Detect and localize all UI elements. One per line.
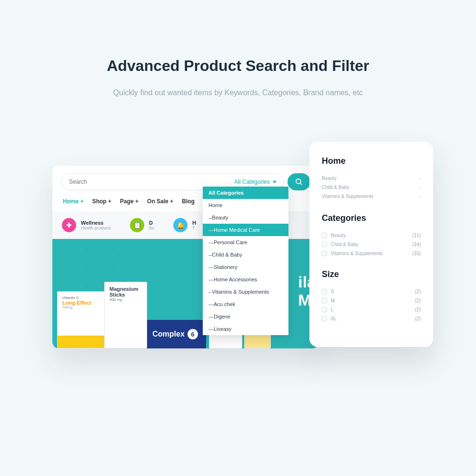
product-number: 6: [188, 329, 198, 339]
search-input[interactable]: [69, 178, 228, 185]
category-select-label: All Categories: [234, 178, 270, 185]
feature-title: Wellness: [81, 220, 111, 226]
filter-label: XL: [331, 316, 411, 321]
filter-count: (2): [415, 298, 421, 303]
dropdown-item[interactable]: ---Acu chek: [203, 298, 288, 310]
category-filter[interactable]: Vitamins & Supplements (10): [322, 249, 421, 258]
chevron-right-icon: ›: [419, 194, 421, 199]
sidebar-link[interactable]: Vitamins & Supplements›: [322, 192, 421, 201]
product-stripe: [58, 336, 107, 348]
filter-count: (11): [412, 233, 421, 238]
filter-label: Beauty: [331, 233, 408, 238]
sidebar-link-label: Beauty: [322, 176, 337, 181]
filter-label: M: [331, 298, 411, 303]
filter-count: (2): [415, 289, 421, 294]
product-sub: 400 mg: [109, 298, 142, 302]
checkbox-icon: [322, 316, 327, 321]
product-box-complex: Complex 6: [144, 320, 206, 348]
product-box-magnesium: Magnesium Sticks 400 mg: [104, 282, 147, 348]
nav-item[interactable]: Blog: [182, 198, 195, 205]
feature-subtitle: Bo: [149, 226, 154, 230]
category-filter[interactable]: Beauty (11): [322, 231, 421, 240]
size-filter[interactable]: L (2): [322, 305, 421, 314]
dropdown-item[interactable]: --Child & Baby: [203, 248, 288, 261]
product-brand: Vitamin C: [62, 296, 102, 300]
feature-item[interactable]: 🔔 H T: [173, 218, 196, 232]
product-sub: Sticks: [109, 292, 142, 298]
size-filter[interactable]: S (2): [322, 287, 421, 296]
sidebar-link[interactable]: Beauty›: [322, 174, 421, 183]
feature-icon: 📋: [130, 218, 144, 232]
category-select[interactable]: All Categories: [228, 178, 283, 185]
category-dropdown: All Categories Home--Beauty---Home Medic…: [203, 187, 288, 335]
sidebar-link[interactable]: Child & Baby›: [322, 183, 421, 192]
product-name: Complex: [152, 330, 185, 338]
checkbox-icon: [322, 233, 327, 238]
filter-label: Child & Baby: [331, 242, 408, 247]
dropdown-item[interactable]: ---Stationery: [203, 261, 288, 273]
dropdown-item[interactable]: ---Home Accessories: [203, 273, 288, 286]
filter-count: (2): [415, 307, 421, 312]
filter-count: (10): [412, 251, 421, 256]
feature-subtitle: Health products: [81, 226, 111, 230]
filter-sidebar: Home Beauty›Child & Baby›Vitamins & Supp…: [309, 142, 433, 347]
category-filter[interactable]: Child & Baby (14): [322, 240, 421, 249]
search-icon: [295, 178, 303, 186]
feature-icon: 🔔: [173, 218, 188, 232]
page-subtitle: Quickly find out wanted items by Keyword…: [81, 86, 395, 99]
checkbox-icon: [322, 289, 327, 294]
section-title-size: Size: [322, 269, 421, 279]
dropdown-item[interactable]: ---Digene: [203, 310, 288, 323]
filter-label: Vitamins & Supplements: [331, 251, 408, 256]
filter-label: L: [331, 307, 411, 312]
size-filter[interactable]: XL (2): [322, 314, 421, 323]
site-preview-card: All Categories Home +Shop +Page +On Sale…: [52, 166, 319, 348]
checkbox-icon: [322, 242, 327, 247]
product-box-vitamin-c: Vitamin C Long Effect 500mg: [57, 291, 107, 348]
search-button[interactable]: [288, 173, 310, 190]
page-title: Advanced Product Search and Filter: [0, 57, 476, 75]
chevron-right-icon: ›: [419, 176, 421, 181]
feature-title: H: [192, 220, 196, 226]
dropdown-item[interactable]: --Beauty: [203, 211, 288, 224]
dropdown-item[interactable]: ---Home Medical Care: [203, 224, 288, 236]
section-title-home: Home: [322, 156, 421, 166]
checkbox-icon: [322, 298, 327, 303]
nav-item[interactable]: On Sale +: [147, 198, 173, 205]
feature-title: D: [149, 220, 154, 226]
nav-item[interactable]: Shop +: [92, 198, 111, 205]
svg-point-0: [296, 179, 301, 184]
dropdown-item[interactable]: ---Liveasy: [203, 323, 288, 335]
chevron-right-icon: ›: [419, 185, 421, 190]
filter-count: (2): [415, 316, 421, 321]
feature-icon: ✚: [62, 218, 76, 232]
nav-item[interactable]: Home +: [63, 198, 84, 205]
size-filter[interactable]: M (2): [322, 296, 421, 305]
feature-item[interactable]: ✚ Wellness Health products: [62, 218, 111, 232]
product-name: Magnesium: [109, 286, 142, 292]
filter-count: (14): [412, 242, 421, 247]
checkbox-icon: [322, 307, 327, 312]
chevron-down-icon: [273, 181, 277, 183]
sidebar-link-label: Child & Baby: [322, 185, 349, 190]
sidebar-link-label: Vitamins & Supplements: [322, 194, 374, 199]
feature-item[interactable]: 📋 D Bo: [130, 218, 154, 232]
dropdown-item[interactable]: ---Personal Care: [203, 236, 288, 248]
filter-label: S: [331, 289, 411, 294]
dropdown-item[interactable]: --Vitamins & Supplements: [203, 286, 288, 298]
product-sub: 500mg: [62, 306, 102, 309]
svg-line-1: [300, 183, 302, 185]
product-name: Long Effect: [62, 300, 102, 306]
nav-item[interactable]: Page +: [120, 198, 139, 205]
dropdown-item[interactable]: Home: [203, 199, 288, 211]
section-title-categories: Categories: [322, 213, 421, 223]
feature-subtitle: T: [192, 226, 196, 230]
dropdown-header[interactable]: All Categories: [203, 187, 288, 199]
checkbox-icon: [322, 251, 327, 256]
